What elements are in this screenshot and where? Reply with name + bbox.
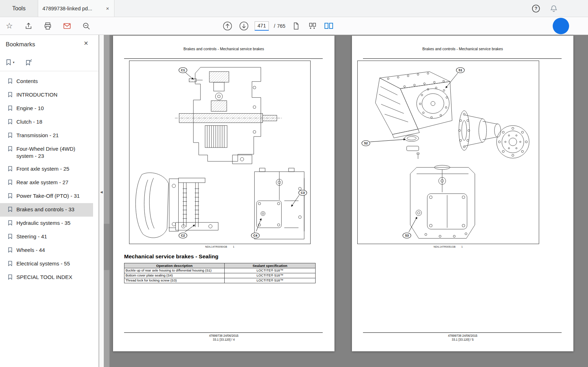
bookmark-icon <box>8 274 13 281</box>
section-title: Mechanical service brakes - Sealing <box>124 253 219 260</box>
favorite-button[interactable]: ☆ <box>4 20 15 32</box>
email-button[interactable] <box>61 20 73 32</box>
document-scrollbar[interactable] <box>104 35 109 367</box>
figure-box-right: S1 S2 S3 <box>357 61 539 244</box>
sidebar-item-pto[interactable]: Power Take-Off (PTO) - 31 <box>0 190 93 203</box>
bookmark-label: INTRODUCTION <box>16 91 57 99</box>
chevron-down-icon: ▾ <box>13 61 15 64</box>
organize-pages-button[interactable] <box>307 20 318 32</box>
sidebar-item-introduction[interactable]: INTRODUCTION <box>0 88 93 102</box>
sidebar-item-front-axle[interactable]: Front axle system - 25 <box>0 162 93 176</box>
bookmarks-panel-title: Bookmarks <box>6 41 35 48</box>
operation-cell: Bottom cover plate sealing (S4) <box>124 273 225 278</box>
figure-number: 1 <box>233 245 234 248</box>
technical-figure-axle-housing <box>358 61 539 244</box>
bookmark-label: Power Take-Off (PTO) - 31 <box>16 192 80 200</box>
bookmark-label: Wheels - 44 <box>16 247 45 254</box>
sealant-cell: LOCTITE® 518™ <box>225 268 316 273</box>
sidebar-item-contents[interactable]: Contents <box>0 75 93 88</box>
single-page-icon <box>292 22 300 30</box>
print-button[interactable] <box>42 20 53 32</box>
sidebar-item-hydraulic[interactable]: Hydraulic systems - 35 <box>0 217 93 230</box>
scrollbar-thumb[interactable] <box>104 224 109 270</box>
page-header: Brakes and controls - Mechanical service… <box>113 47 334 51</box>
tab-document[interactable]: 47899738-linked pd... × <box>38 0 114 17</box>
figure-number: 1 <box>461 245 463 248</box>
collapse-panel-button[interactable]: ◀ <box>99 188 104 196</box>
pdf-page-right: Brakes and controls - Mechanical service… <box>352 36 573 351</box>
sidebar-item-rear-axle[interactable]: Rear axle system - 27 <box>0 176 93 190</box>
single-page-view-button[interactable] <box>290 20 302 32</box>
help-icon: ? <box>532 4 540 13</box>
close-tab-icon[interactable]: × <box>105 5 110 11</box>
panel-resizer[interactable] <box>99 35 104 367</box>
footer-section-info: 33.1 [33.120] / 5 <box>352 338 573 342</box>
sidebar-item-4wd-system[interactable]: Four-Wheel Drive (4WD) system - 23 <box>0 143 93 162</box>
figure-box-left: C1 C2 C3 C4 <box>129 61 311 244</box>
sidebar-item-brakes-controls[interactable]: Brakes and controls - 33 <box>0 203 93 217</box>
tab-tools[interactable]: Tools <box>0 0 38 17</box>
upload-icon <box>24 22 33 30</box>
add-bookmark-icon <box>25 59 32 66</box>
collapse-left-icon: ◀ <box>100 190 103 194</box>
footer-doc-info: 47899738 24/06/2015 <box>352 334 573 338</box>
page-footer: 47899738 24/06/2015 33.1 [33.120] / 4 <box>113 334 334 342</box>
sidebar-item-electrical[interactable]: Electrical systems - 55 <box>0 257 93 271</box>
bookmark-icon <box>8 78 13 86</box>
bookmark-icon <box>8 145 13 160</box>
footer-rule <box>124 332 323 333</box>
close-panel-icon[interactable]: ✕ <box>84 40 88 47</box>
bookmark-icon <box>8 233 13 241</box>
table-row: Thread lock for locking screw (S3) LOCTI… <box>124 278 316 283</box>
figure-code: NDIL14TR0051GB <box>434 245 456 248</box>
bookmark-label: SPECIAL TOOL INDEX <box>16 274 72 281</box>
sidebar-item-transmission[interactable]: Transmission - 21 <box>0 129 93 143</box>
bookmark-options-button[interactable]: ▾ <box>6 59 15 66</box>
callout-c1: C1 <box>179 67 187 73</box>
two-page-view-button[interactable] <box>323 20 334 32</box>
bookmark-icon <box>8 260 13 268</box>
page-number-input[interactable] <box>255 21 269 31</box>
pdf-page-left: Brakes and controls - Mechanical service… <box>113 36 334 351</box>
bookmark-icon <box>8 179 13 187</box>
upload-button[interactable] <box>23 20 34 32</box>
bookmark-icon <box>8 132 13 140</box>
header-rule <box>363 58 562 59</box>
bookmark-icon <box>8 105 13 113</box>
sidebar-item-clutch[interactable]: Clutch - 18 <box>0 115 93 129</box>
operation-cell: Buckle up of rear axle housing to differ… <box>124 268 225 273</box>
account-avatar[interactable] <box>553 18 569 34</box>
sealant-cell: LOCTITE® 518™ <box>225 273 316 278</box>
callout-c4: C4 <box>251 233 260 238</box>
header-rule <box>124 58 323 59</box>
bookmark-icon <box>8 206 13 214</box>
toolbar-center-group: / 765 <box>222 17 334 35</box>
zoom-out-button[interactable] <box>81 20 92 32</box>
next-page-button[interactable] <box>238 20 250 32</box>
callout-s1: S1 <box>456 67 465 73</box>
bookmark-label: Clutch - 18 <box>16 118 42 126</box>
sealant-cell: LOCTITE® 518™ <box>225 278 316 283</box>
sidebar-item-wheels[interactable]: Wheels - 44 <box>0 244 93 257</box>
page-up-icon <box>223 21 232 31</box>
sidebar-item-engine[interactable]: Engine - 10 <box>0 102 93 115</box>
mail-icon <box>63 22 71 30</box>
previous-page-button[interactable] <box>222 20 233 32</box>
callout-c3: C3 <box>298 190 307 196</box>
tools-tab-label: Tools <box>12 5 25 12</box>
table-row: Bottom cover plate sealing (S4) LOCTITE®… <box>124 273 316 278</box>
sidebar-item-special-tool-index[interactable]: SPECIAL TOOL INDEX <box>0 271 93 284</box>
zoom-out-icon <box>82 22 91 30</box>
bookmarks-panel-header: Bookmarks ✕ <box>0 35 98 53</box>
sidebar-item-steering[interactable]: Steering - 41 <box>0 230 93 244</box>
notifications-button[interactable] <box>549 4 558 13</box>
bookmark-label: Hydraulic systems - 35 <box>16 219 71 227</box>
bookmark-icon <box>8 219 13 227</box>
page-header: Brakes and controls - Mechanical service… <box>352 47 573 51</box>
tabbar-right-group: ? <box>532 0 588 17</box>
figure-caption-left: NDIL14TR0050GB 1 <box>129 245 311 248</box>
figure-code: NDIL14TR0050GB <box>205 245 227 248</box>
bookmarks-panel: Bookmarks ✕ ▾ Contents <box>0 35 99 367</box>
add-bookmark-button[interactable] <box>25 59 32 66</box>
help-button[interactable]: ? <box>532 4 540 13</box>
